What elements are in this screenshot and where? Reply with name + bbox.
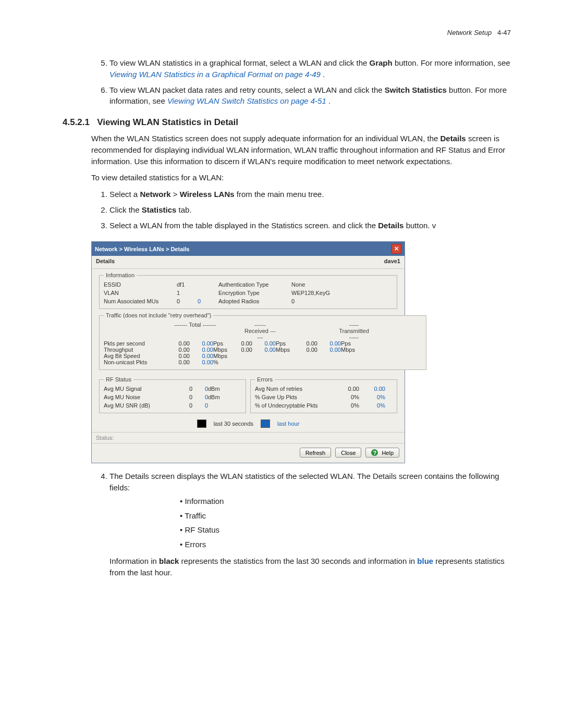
close-button[interactable]: Close: [335, 448, 361, 458]
step-5: To view WLAN statistics in a graphical f…: [109, 57, 511, 80]
fields-bullets: Information Traffic RF Status Errors: [180, 496, 511, 550]
running-head: Network Setup 4-47: [52, 29, 511, 36]
link-switch-stats[interactable]: Viewing WLAN Switch Statistics on page 4…: [167, 96, 326, 105]
traffic-row: Throughput 0.00 0.00 Mbps 0.00 0.00 Mbps…: [104, 347, 422, 353]
bullet-information: Information: [180, 496, 511, 507]
bullet-rf-status: RF Status: [180, 524, 511, 536]
dialog-titlebar: Network > Wireless LANs > Details ✕: [92, 242, 405, 256]
link-graphical-format[interactable]: Viewing WLAN Statistics in a Graphical F…: [109, 70, 321, 79]
step-6: To view WLAN packet data rates and retry…: [109, 84, 511, 107]
pre-section-steps: To view WLAN statistics in a graphical f…: [52, 57, 511, 107]
close-icon[interactable]: ✕: [391, 244, 401, 254]
help-icon: ?: [371, 449, 378, 456]
traffic-row: Non-unicast Pkts 0.00 0.00 %: [104, 359, 422, 365]
blue-label: blue: [417, 557, 433, 565]
section-heading: 4.5.2.1 Viewing WLAN Statistics in Detai…: [63, 117, 511, 128]
status-bar: Status:: [92, 432, 405, 443]
graph-label: Graph: [370, 58, 393, 67]
bullet-traffic: Traffic: [180, 510, 511, 522]
page-number: 4-47: [497, 29, 511, 36]
details-label: Details: [440, 134, 466, 143]
information-fieldset: Information ESSID df1 Authentication Typ…: [99, 272, 397, 309]
book-title: Network Setup: [447, 29, 492, 36]
proc-step-1: Select a Network > Wireless LANs from th…: [109, 189, 511, 200]
dialog-subhead: Details dave1: [92, 256, 405, 269]
swatch-blue-icon: [261, 419, 270, 428]
errors-fieldset: Errors Avg Num of retries 0.00 0.00 % Ga…: [250, 376, 397, 413]
swatch-black-icon: [197, 419, 206, 428]
black-label: black: [159, 557, 179, 565]
color-legend: last 30 seconds last hour: [97, 416, 399, 429]
switch-stats-label: Switch Statistics: [385, 85, 447, 94]
dialog-breadcrumb: Network > Wireless LANs > Details: [95, 246, 189, 252]
rf-status-fieldset: RF Status Avg MU Signal 0 0 dBm Avg MU N…: [99, 376, 246, 413]
refresh-button[interactable]: Refresh: [300, 448, 332, 458]
dialog-buttons: Refresh Close ? Help: [92, 443, 405, 463]
page: Network Setup 4-47 To view WLAN statisti…: [0, 0, 563, 630]
traffic-row: Avg Bit Speed 0.00 0.00 Mbps: [104, 353, 422, 359]
proc-step-2: Click the Statistics tab.: [109, 204, 511, 216]
section-para-1: When the WLAN Statistics screen does not…: [91, 133, 511, 167]
traffic-row: Pkts per second 0.00 0.00 Pps 0.00 0.00 …: [104, 340, 422, 347]
proc-step-3: Select a WLAN from the table displayed i…: [109, 220, 511, 231]
procedure-steps: Select a Network > Wireless LANs from th…: [52, 189, 511, 231]
details-dialog: Network > Wireless LANs > Details ✕ Deta…: [91, 241, 405, 463]
help-button[interactable]: ? Help: [365, 448, 399, 458]
section-para-2: To view detailed statistics for a WLAN:: [91, 172, 511, 183]
procedure-steps-cont: The Details screen displays the WLAN sta…: [52, 471, 511, 578]
proc-step-4: The Details screen displays the WLAN sta…: [109, 471, 511, 578]
bullet-errors: Errors: [180, 539, 511, 550]
traffic-fieldset: Traffic (does not include "retry overhea…: [99, 312, 426, 370]
